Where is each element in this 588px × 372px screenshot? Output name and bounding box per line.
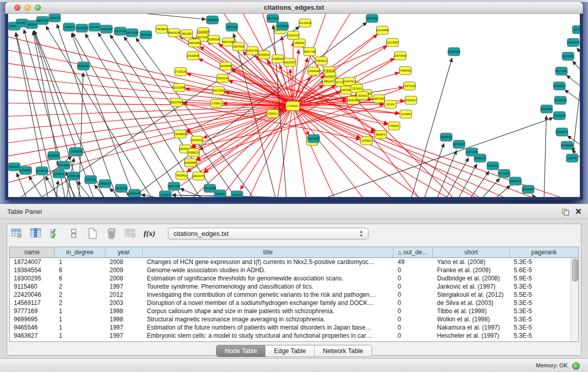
yellow-node[interactable]: 16154808 — [376, 26, 389, 34]
vertical-scrollbar[interactable] — [571, 258, 578, 341]
yellow-node[interactable]: 8960128 — [168, 29, 180, 37]
attribute-select-icon[interactable] — [49, 228, 60, 239]
scrollbar-thumb[interactable] — [572, 259, 578, 281]
tab-edge-table[interactable]: Edge Table — [265, 345, 314, 357]
teal-node[interactable]: 9129966 — [562, 52, 574, 60]
yellow-node[interactable]: 7485063 — [400, 67, 411, 75]
yellow-node[interactable]: 2718126 — [175, 68, 187, 76]
teal-node[interactable]: 129514 — [63, 23, 75, 31]
teal-node[interactable]: 6879197 — [453, 140, 465, 148]
yellow-node[interactable]: 495146 — [323, 77, 335, 85]
column-header-in_degree[interactable]: in_degree — [55, 247, 105, 257]
table-row[interactable]: 1830029562008Estimation of significance … — [10, 274, 571, 282]
network-graph[interactable]: 1724001796382289601288912952322605898275… — [8, 14, 580, 197]
teal-node[interactable]: 7632621 — [487, 162, 499, 170]
teal-node[interactable]: 124504 — [160, 191, 171, 197]
teal-node[interactable]: 12444135 — [554, 96, 567, 104]
teal-node[interactable]: 26053346 — [77, 62, 90, 70]
yellow-node[interactable]: 12975115 — [403, 82, 416, 90]
yellow-node[interactable]: 8186328 — [208, 35, 220, 43]
table-mode-icon[interactable] — [11, 228, 23, 239]
yellow-node[interactable]: 5878332 — [191, 136, 203, 144]
yellow-node[interactable]: 12213967 — [386, 38, 399, 47]
teal-node[interactable]: 9245652 — [522, 185, 534, 193]
tab-network-table[interactable]: Network Table — [314, 345, 372, 357]
column-header-name[interactable]: name — [10, 247, 55, 257]
teal-node[interactable]: 1513455 — [308, 135, 320, 143]
yellow-node[interactable]: 7963822 — [156, 25, 168, 33]
column-header-pagerank[interactable]: pagerank — [510, 247, 578, 257]
teal-node[interactable]: 2687652 — [366, 14, 378, 23]
yellow-node[interactable]: 1698222 — [188, 148, 200, 157]
yellow-node[interactable]: 9242848 — [220, 62, 232, 70]
new-column-icon[interactable] — [87, 228, 98, 239]
column-header-short[interactable]: short — [433, 247, 510, 257]
yellow-node[interactable]: 10973493 — [394, 52, 407, 60]
function-builder-icon[interactable]: f(x) — [144, 228, 155, 239]
network-window-titlebar[interactable]: citations_edges.txt — [5, 2, 583, 14]
close-icon[interactable]: ✕ — [575, 208, 582, 215]
table-row[interactable]: 911546021997Tourette syndrome. Phenomeno… — [10, 282, 571, 291]
teal-node[interactable]: 6466160 — [101, 25, 113, 33]
yellow-node[interactable]: 7625402 — [176, 171, 188, 180]
yellow-node[interactable]: 170061 — [211, 99, 223, 107]
teal-node[interactable]: 20206556 — [48, 151, 60, 160]
show-column-icon[interactable] — [30, 228, 41, 239]
teal-node[interactable]: 14671388 — [126, 29, 139, 37]
teal-node[interactable]: 391930 — [9, 163, 20, 171]
yellow-node[interactable]: 161620 — [357, 92, 368, 100]
table-row[interactable]: 946362711997Embryonic stem cells: a mode… — [10, 332, 571, 340]
column-header-out_de[interactable]: △out_de… — [394, 247, 433, 257]
yellow-node[interactable]: 6961758 — [304, 48, 316, 56]
yellow-node[interactable]: 854972 — [375, 130, 387, 139]
teal-node[interactable]: 20691406 — [36, 16, 49, 25]
hub-node[interactable]: 1724001 — [286, 101, 300, 111]
teal-node[interactable]: 8215953 — [541, 105, 553, 113]
yellow-node[interactable]: 9463627 — [405, 96, 417, 104]
column-header-title[interactable]: title — [143, 247, 394, 257]
yellow-node[interactable]: 7955812 — [316, 57, 328, 65]
yellow-node[interactable]: 12213386 — [173, 83, 186, 92]
teal-node[interactable]: 17016504 — [561, 141, 574, 149]
teal-node[interactable]: 11156859 — [19, 166, 32, 174]
teal-node[interactable]: 10719155 — [114, 27, 127, 35]
table-row[interactable]: 969969511998Structural magnetic resonanc… — [10, 315, 571, 323]
yellow-node[interactable]: 19166852 — [174, 130, 187, 138]
yellow-node[interactable]: 10607487 — [373, 95, 385, 103]
table-row[interactable]: 2242004622012Investigating the contribut… — [10, 291, 571, 299]
row-height-icon[interactable] — [68, 228, 79, 239]
teal-node[interactable]: 116753 — [567, 154, 578, 162]
teal-node[interactable]: 9657791 — [168, 182, 180, 190]
teal-node[interactable]: 7615552 — [140, 31, 152, 39]
yellow-node[interactable]: 62160 — [385, 100, 397, 108]
yellow-node[interactable]: 1325419 — [288, 31, 299, 39]
yellow-node[interactable]: 220442 — [361, 137, 373, 145]
teal-node[interactable]: 1154519 — [53, 170, 65, 178]
yellow-node[interactable]: 1990448 — [308, 67, 320, 75]
teal-node[interactable]: 7857223 — [226, 23, 238, 31]
teal-node[interactable]: 10653287 — [76, 24, 89, 32]
yellow-node[interactable]: 891295 — [181, 30, 193, 38]
delete-column-icon[interactable] — [106, 228, 117, 239]
column-header-year[interactable]: year — [105, 247, 143, 257]
teal-node[interactable]: 2935114 — [474, 154, 486, 162]
yellow-node[interactable]: 8454749 — [247, 47, 258, 55]
yellow-node[interactable]: 748306 — [388, 122, 400, 130]
teal-node[interactable]: 17359924 — [69, 147, 82, 156]
table-selector-dropdown[interactable]: citations_edges.txt ▲▼ — [168, 228, 368, 239]
table-row[interactable]: 946554611997Estimation of the future num… — [10, 323, 571, 332]
teal-node[interactable]: 10654112 — [509, 177, 521, 185]
teal-node[interactable]: 15692971 — [556, 128, 569, 136]
teal-node[interactable]: 8938924 — [441, 133, 452, 141]
network-canvas[interactable]: 1724001796382289601288912952322605898275… — [8, 14, 580, 197]
teal-node[interactable]: 8813054 — [267, 14, 279, 23]
tab-node-table[interactable]: Node Table — [216, 345, 265, 357]
table-row[interactable]: 1456911722003Disruption of a novel membe… — [10, 299, 571, 307]
teal-node[interactable]: 111731 — [573, 26, 580, 34]
table-row[interactable]: 1938455462009Genome-wide association stu… — [10, 266, 571, 274]
import-table-icon[interactable] — [125, 228, 136, 239]
yellow-node[interactable]: 9146821 — [258, 51, 270, 59]
yellow-node[interactable]: 12125419 — [299, 19, 312, 27]
yellow-node[interactable]: 2967608 — [233, 42, 245, 51]
table-row[interactable]: 977716911998Corpus callosum shape and si… — [10, 307, 571, 315]
